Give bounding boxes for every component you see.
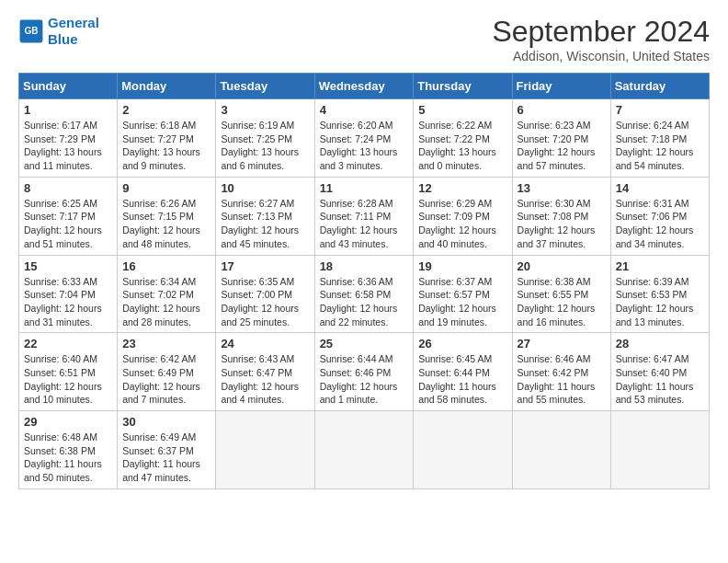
calendar-cell: 5Sunrise: 6:22 AMSunset: 7:22 PMDaylight… [414,99,512,178]
day-number: 20 [518,259,606,273]
cell-text: Sunrise: 6:18 AMSunset: 7:27 PMDaylight:… [122,119,210,173]
day-number: 23 [122,337,210,350]
header: GB General Blue September 2024 Addison, … [18,15,710,63]
weekday-header-sunday: Sunday [19,74,118,99]
day-number: 2 [122,103,210,117]
cell-text: Sunrise: 6:31 AMSunset: 7:06 PMDaylight:… [616,197,704,251]
calendar-cell: 2Sunrise: 6:18 AMSunset: 7:27 PMDaylight… [118,99,216,178]
calendar-cell: 10Sunrise: 6:27 AMSunset: 7:13 PMDayligh… [216,177,314,255]
calendar-cell: 17Sunrise: 6:35 AMSunset: 7:00 PMDayligh… [216,255,314,333]
day-number: 14 [616,181,704,195]
calendar-cell: 14Sunrise: 6:31 AMSunset: 7:06 PMDayligh… [610,177,709,255]
cell-text: Sunrise: 6:40 AMSunset: 6:51 PMDaylight:… [24,352,112,407]
calendar-cell: 26Sunrise: 6:45 AMSunset: 6:44 PMDayligh… [414,333,512,411]
calendar-cell: 11Sunrise: 6:28 AMSunset: 7:11 PMDayligh… [314,177,414,255]
weekday-header-wednesday: Wednesday [314,74,414,99]
cell-text: Sunrise: 6:36 AMSunset: 6:58 PMDaylight:… [320,275,409,329]
cell-text: Sunrise: 6:23 AMSunset: 7:20 PMDaylight:… [518,119,606,173]
calendar: SundayMondayTuesdayWednesdayThursdayFrid… [18,73,710,489]
calendar-cell: 30Sunrise: 6:49 AMSunset: 6:37 PMDayligh… [118,411,216,489]
calendar-cell: 21Sunrise: 6:39 AMSunset: 6:53 PMDayligh… [610,255,709,333]
location: Addison, Wisconsin, United States [492,49,710,63]
calendar-cell: 28Sunrise: 6:47 AMSunset: 6:40 PMDayligh… [610,333,709,411]
day-number: 13 [518,181,606,195]
calendar-cell: 24Sunrise: 6:43 AMSunset: 6:47 PMDayligh… [216,333,314,411]
cell-text: Sunrise: 6:17 AMSunset: 7:29 PMDaylight:… [24,119,112,173]
day-number: 3 [221,103,309,117]
calendar-cell: 7Sunrise: 6:24 AMSunset: 7:18 PMDaylight… [610,99,709,178]
calendar-cell: 8Sunrise: 6:25 AMSunset: 7:17 PMDaylight… [19,177,118,255]
cell-text: Sunrise: 6:34 AMSunset: 7:02 PMDaylight:… [122,275,210,329]
day-number: 25 [320,337,409,350]
calendar-cell: 27Sunrise: 6:46 AMSunset: 6:42 PMDayligh… [512,333,610,411]
cell-text: Sunrise: 6:49 AMSunset: 6:37 PMDaylight:… [122,431,210,485]
calendar-cell: 1Sunrise: 6:17 AMSunset: 7:29 PMDaylight… [19,99,118,178]
day-number: 11 [320,181,409,195]
calendar-cell: 18Sunrise: 6:36 AMSunset: 6:58 PMDayligh… [314,255,414,333]
day-number: 27 [518,337,606,350]
cell-text: Sunrise: 6:29 AMSunset: 7:09 PMDaylight:… [418,197,506,251]
calendar-cell: 3Sunrise: 6:19 AMSunset: 7:25 PMDaylight… [216,99,314,178]
weekday-header-friday: Friday [512,74,610,99]
day-number: 15 [24,259,112,273]
calendar-cell [314,411,414,489]
cell-text: Sunrise: 6:19 AMSunset: 7:25 PMDaylight:… [221,119,309,173]
day-number: 10 [221,181,309,195]
calendar-cell: 25Sunrise: 6:44 AMSunset: 6:46 PMDayligh… [314,333,414,411]
weekday-header-tuesday: Tuesday [216,74,314,99]
cell-text: Sunrise: 6:28 AMSunset: 7:11 PMDaylight:… [320,197,409,251]
week-row-3: 15Sunrise: 6:33 AMSunset: 7:04 PMDayligh… [19,255,710,333]
title-area: September 2024 Addison, Wisconsin, Unite… [492,15,710,63]
weekday-header-saturday: Saturday [610,74,709,99]
month-title: September 2024 [492,15,710,49]
cell-text: Sunrise: 6:27 AMSunset: 7:13 PMDaylight:… [221,197,309,251]
cell-text: Sunrise: 6:45 AMSunset: 6:44 PMDaylight:… [418,352,506,407]
cell-text: Sunrise: 6:24 AMSunset: 7:18 PMDaylight:… [616,119,704,173]
day-number: 24 [221,337,309,350]
day-number: 17 [221,259,309,273]
day-number: 6 [518,103,606,117]
week-row-5: 29Sunrise: 6:48 AMSunset: 6:38 PMDayligh… [19,411,710,489]
calendar-cell: 4Sunrise: 6:20 AMSunset: 7:24 PMDaylight… [314,99,414,178]
cell-text: Sunrise: 6:39 AMSunset: 6:53 PMDaylight:… [616,275,704,329]
calendar-cell: 15Sunrise: 6:33 AMSunset: 7:04 PMDayligh… [19,255,118,333]
calendar-cell [216,411,314,489]
calendar-cell: 16Sunrise: 6:34 AMSunset: 7:02 PMDayligh… [118,255,216,333]
week-row-1: 1Sunrise: 6:17 AMSunset: 7:29 PMDaylight… [19,99,710,178]
cell-text: Sunrise: 6:42 AMSunset: 6:49 PMDaylight:… [122,352,210,407]
cell-text: Sunrise: 6:33 AMSunset: 7:04 PMDaylight:… [24,275,112,329]
svg-text:GB: GB [24,26,38,36]
cell-text: Sunrise: 6:37 AMSunset: 6:57 PMDaylight:… [418,275,506,329]
cell-text: Sunrise: 6:44 AMSunset: 6:46 PMDaylight:… [320,352,409,407]
logo: GB General Blue [18,15,99,48]
day-number: 18 [320,259,409,273]
day-number: 21 [616,259,704,273]
logo-line1: General [48,15,99,30]
cell-text: Sunrise: 6:25 AMSunset: 7:17 PMDaylight:… [24,197,112,251]
day-number: 8 [24,181,112,195]
day-number: 12 [418,181,506,195]
cell-text: Sunrise: 6:26 AMSunset: 7:15 PMDaylight:… [122,197,210,251]
week-row-4: 22Sunrise: 6:40 AMSunset: 6:51 PMDayligh… [19,333,710,411]
day-number: 5 [418,103,506,117]
calendar-cell: 20Sunrise: 6:38 AMSunset: 6:55 PMDayligh… [512,255,610,333]
calendar-cell [610,411,709,489]
cell-text: Sunrise: 6:30 AMSunset: 7:08 PMDaylight:… [518,197,606,251]
day-number: 4 [320,103,409,117]
cell-text: Sunrise: 6:48 AMSunset: 6:38 PMDaylight:… [24,431,112,485]
calendar-cell: 29Sunrise: 6:48 AMSunset: 6:38 PMDayligh… [19,411,118,489]
weekday-header-thursday: Thursday [414,74,512,99]
cell-text: Sunrise: 6:22 AMSunset: 7:22 PMDaylight:… [418,119,506,173]
day-number: 22 [24,337,112,350]
calendar-cell: 12Sunrise: 6:29 AMSunset: 7:09 PMDayligh… [414,177,512,255]
day-number: 7 [616,103,704,117]
cell-text: Sunrise: 6:35 AMSunset: 7:00 PMDaylight:… [221,275,309,329]
calendar-cell: 13Sunrise: 6:30 AMSunset: 7:08 PMDayligh… [512,177,610,255]
day-number: 1 [24,103,112,117]
week-row-2: 8Sunrise: 6:25 AMSunset: 7:17 PMDaylight… [19,177,710,255]
calendar-cell: 6Sunrise: 6:23 AMSunset: 7:20 PMDaylight… [512,99,610,178]
calendar-cell [414,411,512,489]
cell-text: Sunrise: 6:43 AMSunset: 6:47 PMDaylight:… [221,352,309,407]
cell-text: Sunrise: 6:47 AMSunset: 6:40 PMDaylight:… [616,352,704,407]
calendar-cell: 23Sunrise: 6:42 AMSunset: 6:49 PMDayligh… [118,333,216,411]
